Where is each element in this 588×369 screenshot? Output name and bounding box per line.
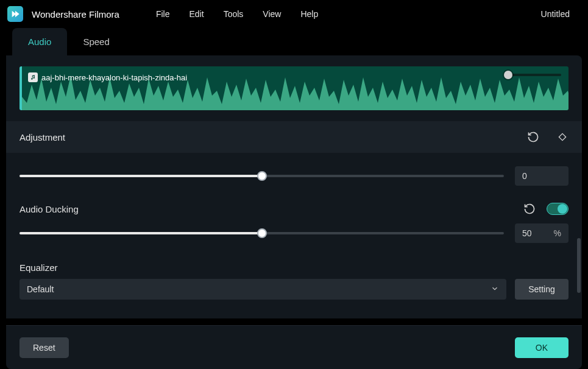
- footer: Reset OK: [6, 325, 582, 369]
- ducking-value: 50: [522, 228, 532, 238]
- equalizer-setting-button[interactable]: Setting: [515, 279, 569, 300]
- adjustment-header: Adjustment: [6, 121, 582, 153]
- equalizer-selected: Default: [27, 284, 54, 294]
- menu-edit[interactable]: Edit: [190, 9, 204, 19]
- menu-file[interactable]: File: [156, 9, 170, 19]
- pitch-value: 0: [522, 171, 527, 181]
- equalizer-row: Equalizer: [19, 251, 569, 275]
- equalizer-controls: Default Setting: [19, 275, 569, 311]
- app-logo: [7, 6, 23, 22]
- pitch-slider-row: 0: [19, 153, 569, 194]
- ducking-slider[interactable]: [19, 227, 504, 239]
- music-note-icon: [28, 72, 38, 82]
- tabs: Audio Speed: [0, 28, 588, 55]
- clip-volume-slider[interactable]: [508, 74, 561, 76]
- menu-view[interactable]: View: [263, 9, 281, 19]
- menu-tools[interactable]: Tools: [224, 9, 244, 19]
- undo-icon[interactable]: [527, 131, 539, 143]
- tab-speed[interactable]: Speed: [67, 28, 125, 55]
- reset-button[interactable]: Reset: [19, 337, 69, 358]
- clip-name: aaj-bhi-mere-khayalon-ki-tapish-zinda-ha…: [41, 73, 187, 82]
- menu-help[interactable]: Help: [300, 9, 318, 19]
- scrollbar[interactable]: [577, 238, 581, 293]
- equalizer-dropdown[interactable]: Default: [19, 279, 506, 300]
- clip-label: aaj-bhi-mere-khayalon-ki-tapish-zinda-ha…: [28, 72, 187, 82]
- app-title: Wondershare Filmora: [32, 9, 119, 19]
- pitch-value-box[interactable]: 0: [515, 166, 569, 186]
- keyframe-diamond-icon[interactable]: [556, 131, 569, 143]
- menubar: Wondershare Filmora File Edit Tools View…: [0, 0, 588, 28]
- equalizer-title: Equalizer: [19, 262, 569, 273]
- menu-items: File Edit Tools View Help: [156, 9, 318, 19]
- tab-audio[interactable]: Audio: [12, 28, 67, 55]
- audio-panel: aaj-bhi-mere-khayalon-ki-tapish-zinda-ha…: [6, 55, 582, 318]
- ducking-slider-row: 50 %: [19, 223, 569, 251]
- ducking-row: Audio Ducking: [19, 194, 569, 223]
- ok-button[interactable]: OK: [515, 337, 569, 358]
- document-title: Untitled: [541, 9, 581, 19]
- adjustment-title: Adjustment: [19, 132, 65, 142]
- audio-clip-waveform[interactable]: aaj-bhi-mere-khayalon-ki-tapish-zinda-ha…: [19, 66, 569, 110]
- svg-rect-0: [559, 133, 565, 140]
- chevron-down-icon: [491, 284, 499, 295]
- ducking-toggle[interactable]: [547, 203, 569, 215]
- ducking-title: Audio Ducking: [19, 204, 523, 214]
- pitch-slider[interactable]: [19, 170, 504, 182]
- ducking-unit: %: [554, 228, 561, 238]
- undo-icon[interactable]: [523, 203, 536, 215]
- ducking-value-box[interactable]: 50 %: [515, 223, 569, 243]
